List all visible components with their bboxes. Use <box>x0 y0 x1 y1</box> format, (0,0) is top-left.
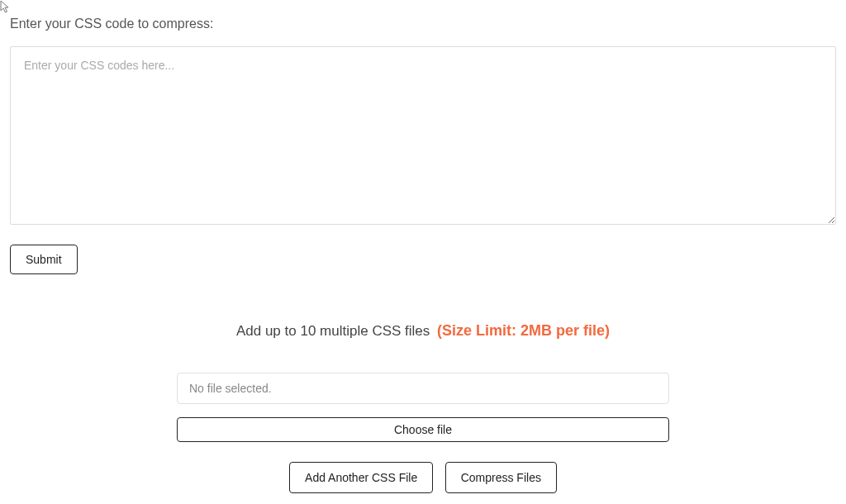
submit-button[interactable]: Submit <box>10 245 78 274</box>
choose-file-button[interactable]: Choose file <box>177 417 669 442</box>
compress-files-button[interactable]: Compress Files <box>445 462 557 493</box>
add-another-file-button[interactable]: Add Another CSS File <box>289 462 433 493</box>
upload-heading: Add up to 10 multiple CSS files <box>236 323 434 339</box>
cursor-icon <box>0 0 12 15</box>
css-code-input[interactable] <box>10 46 836 225</box>
file-status-display: No file selected. <box>177 373 669 404</box>
code-input-heading: Enter your CSS code to compress: <box>10 17 836 31</box>
size-limit-label: (Size Limit: 2MB per file) <box>437 322 610 339</box>
